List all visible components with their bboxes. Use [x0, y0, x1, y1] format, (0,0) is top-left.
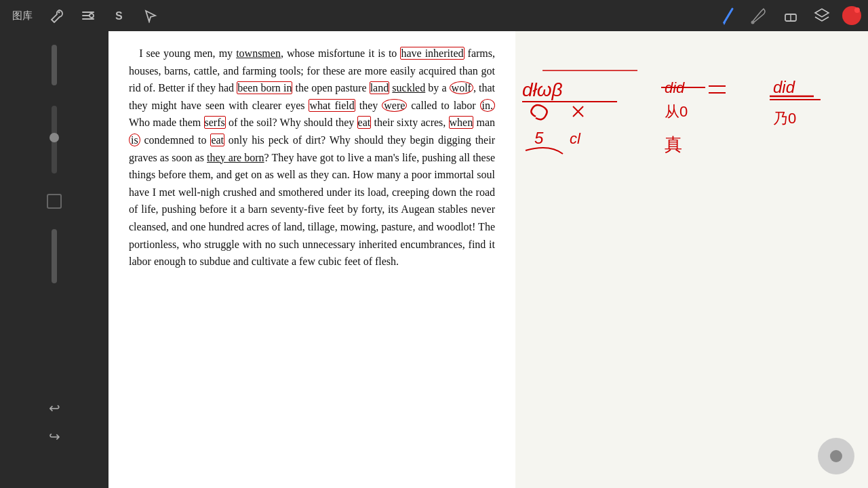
toolbar: 图库 S: [0, 0, 868, 31]
svg-text:5: 5: [534, 129, 544, 147]
svg-marker-4: [723, 22, 726, 25]
layers-tool[interactable]: [811, 5, 833, 26]
svg-line-3: [724, 9, 732, 22]
svg-text:did: did: [665, 79, 685, 96]
s-tool-button[interactable]: S: [107, 3, 132, 28]
svg-line-10: [573, 106, 583, 117]
svg-point-5: [751, 21, 755, 24]
sidebar-handle-bottom[interactable]: [52, 229, 57, 283]
opacity-slider-thumb: [50, 133, 59, 142]
sidebar-checkbox[interactable]: [47, 194, 62, 209]
notification-dot: [854, 7, 860, 13]
svg-text:dłωβ: dłωβ: [522, 79, 563, 100]
svg-line-11: [573, 106, 583, 117]
sidebar-handle-top[interactable]: [52, 45, 57, 85]
pen-blue-tool[interactable]: [717, 5, 739, 26]
wrench-tool-button[interactable]: [45, 3, 69, 28]
floating-action-button[interactable]: [818, 438, 854, 474]
redo-button[interactable]: ↪: [43, 426, 65, 447]
svg-point-1: [90, 14, 94, 18]
navigate-tool-button[interactable]: [138, 3, 163, 28]
svg-text:从0: 从0: [665, 103, 688, 120]
document-page: I see young men, my townsmen, whose misf…: [108, 31, 515, 488]
color-picker-button[interactable]: [842, 6, 861, 25]
svg-text:真: 真: [665, 134, 682, 155]
main-content: I see young men, my townsmen, whose misf…: [108, 31, 868, 488]
toolbar-right: [717, 5, 861, 26]
svg-point-0: [58, 12, 60, 14]
gallery-button[interactable]: 图库: [7, 7, 38, 25]
document-text: I see young men, my townsmen, whose misf…: [129, 45, 495, 270]
floating-button-inner: [830, 450, 842, 462]
svg-text:did: did: [773, 78, 795, 96]
svg-text:S: S: [115, 10, 123, 22]
svg-text:乃0: 乃0: [773, 110, 796, 127]
undo-button[interactable]: ↩: [43, 397, 65, 419]
svg-text:cl: cl: [570, 130, 581, 147]
brush-tool[interactable]: [749, 5, 770, 26]
sidebar: ↩ ↪: [0, 31, 108, 488]
adjust-tool-button[interactable]: [76, 3, 100, 28]
eraser-tool[interactable]: [780, 5, 802, 26]
opacity-slider[interactable]: [52, 106, 57, 174]
sidebar-bottom-controls: ↩ ↪: [43, 397, 65, 447]
